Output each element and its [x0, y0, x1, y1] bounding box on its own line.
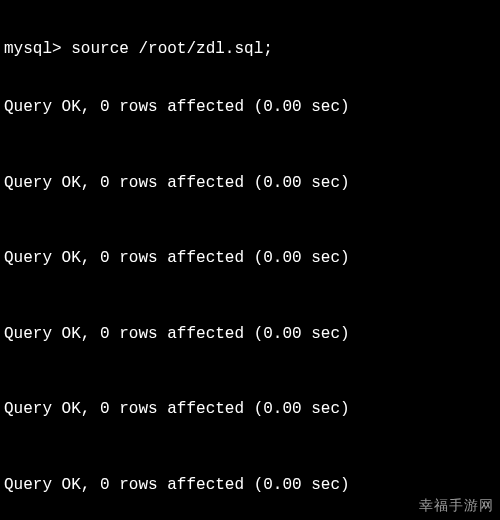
query-result-row: Query OK, 0 rows affected (0.00 sec) [4, 325, 496, 344]
mysql-prompt-line[interactable]: mysql> source /root/zdl.sql; [4, 40, 496, 59]
query-result-text: Query OK, 0 rows affected (0.00 sec) [4, 400, 350, 418]
query-result-text: Query OK, 0 rows affected (0.00 sec) [4, 174, 350, 192]
query-result-row: Query OK, 0 rows affected (0.00 sec) [4, 476, 496, 495]
query-result-row: Query OK, 0 rows affected (0.00 sec) [4, 249, 496, 268]
mysql-command: source /root/zdl.sql; [71, 40, 273, 58]
query-result-text: Query OK, 0 rows affected (0.00 sec) [4, 98, 350, 116]
query-result-text: Query OK, 0 rows affected (0.00 sec) [4, 249, 350, 267]
terminal-output: mysql> source /root/zdl.sql; Query OK, 0… [4, 2, 496, 520]
query-result-row: Query OK, 0 rows affected (0.00 sec) [4, 174, 496, 193]
mysql-prompt-label: mysql> [4, 40, 62, 58]
query-result-text: Query OK, 0 rows affected (0.00 sec) [4, 325, 350, 343]
query-result-row: Query OK, 0 rows affected (0.00 sec) [4, 98, 496, 117]
query-result-text: Query OK, 0 rows affected (0.00 sec) [4, 476, 350, 494]
query-result-row: Query OK, 0 rows affected (0.00 sec) [4, 400, 496, 419]
